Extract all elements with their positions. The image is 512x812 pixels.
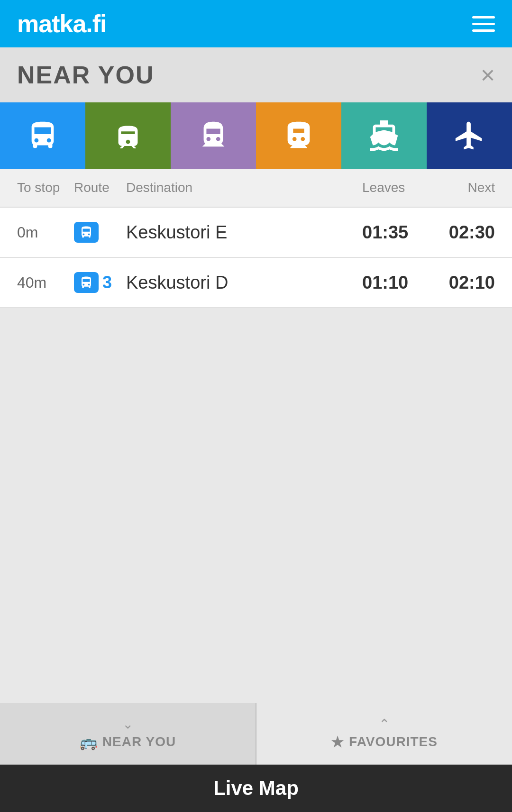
col-header-leaves: Leaves — [362, 180, 438, 195]
transport-filter-bar — [0, 102, 512, 169]
star-icon: ★ — [331, 734, 344, 750]
leaves-time: 01:35 — [362, 222, 438, 243]
route-info: 3 — [74, 272, 126, 293]
train-icon — [282, 119, 315, 152]
bus-filter-button[interactable] — [0, 102, 85, 169]
col-header-stop: To stop — [17, 180, 74, 195]
bus-tab-icon: 🚌 — [80, 734, 98, 750]
route-number: 3 — [102, 273, 112, 292]
metro-filter-button[interactable] — [171, 102, 256, 169]
next-time: 02:10 — [438, 273, 495, 293]
bus-small-icon — [79, 275, 93, 290]
destination-text: Keskustori E — [126, 222, 362, 243]
leaves-time: 01:10 — [362, 273, 438, 293]
favourites-tab-label: ★ FAVOURITES — [331, 734, 438, 750]
table-header: To stop Route Destination Leaves Next — [0, 169, 512, 208]
ferry-icon — [367, 119, 401, 152]
tram-icon — [111, 119, 145, 152]
route-info — [74, 222, 126, 243]
menu-button[interactable] — [472, 16, 495, 32]
ferry-filter-button[interactable] — [341, 102, 427, 169]
next-time: 02:30 — [438, 222, 495, 243]
col-header-route: Route — [74, 180, 126, 195]
stop-distance: 0m — [17, 224, 74, 241]
plane-icon — [453, 119, 486, 152]
plane-filter-button[interactable] — [427, 102, 512, 169]
col-header-destination: Destination — [126, 180, 362, 195]
chevron-down-icon: ⌄ — [122, 718, 133, 731]
close-button[interactable]: × — [481, 63, 495, 87]
train-filter-button[interactable] — [256, 102, 341, 169]
tram-filter-button[interactable] — [85, 102, 171, 169]
col-header-next: Next — [438, 180, 495, 195]
live-map-button[interactable]: Live Map — [0, 765, 512, 812]
metro-icon — [197, 119, 230, 152]
app-header: matka.fi — [0, 0, 512, 47]
live-map-label: Live Map — [213, 777, 299, 800]
chevron-up-icon: ⌃ — [379, 718, 390, 731]
near-you-header: NEAR YOU × — [0, 47, 512, 102]
empty-content-area — [0, 308, 512, 703]
bus-route-icon — [74, 272, 99, 293]
bottom-navigation: ⌄ 🚌 NEAR YOU ⌃ ★ FAVOURITES — [0, 703, 512, 765]
tab-near-you[interactable]: ⌄ 🚌 NEAR YOU — [0, 703, 256, 765]
app-logo: matka.fi — [17, 9, 107, 38]
near-you-title: NEAR YOU — [17, 61, 155, 89]
bus-small-icon — [79, 225, 93, 239]
near-you-tab-label: 🚌 NEAR YOU — [80, 734, 176, 750]
destination-text: Keskustori D — [126, 273, 362, 293]
table-row[interactable]: 0m Keskustori E 01:35 02:30 — [0, 208, 512, 258]
table-row[interactable]: 40m 3 Keskustori D 01:10 02:10 — [0, 258, 512, 308]
stop-distance: 40m — [17, 274, 74, 292]
bus-icon — [26, 119, 59, 152]
tab-favourites[interactable]: ⌃ ★ FAVOURITES — [256, 703, 512, 765]
bus-route-icon — [74, 222, 99, 243]
